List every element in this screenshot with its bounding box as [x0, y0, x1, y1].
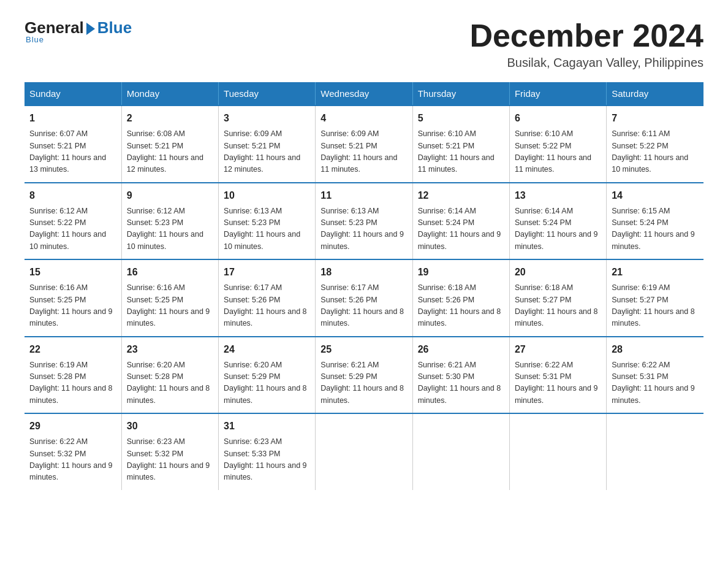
day-info: Sunrise: 6:22 AMSunset: 5:32 PMDaylight:…: [29, 436, 116, 484]
page-title: December 2024: [469, 18, 703, 53]
day-number: 27: [515, 342, 601, 357]
day-info: Sunrise: 6:21 AMSunset: 5:29 PMDaylight:…: [320, 359, 407, 407]
day-info: Sunrise: 6:11 AMSunset: 5:22 PMDaylight:…: [612, 128, 699, 176]
logo-blue-text: Blue: [97, 18, 132, 37]
logo-subtitle: Blue: [26, 35, 44, 44]
day-number: 29: [29, 419, 116, 434]
calendar-week-row: 22Sunrise: 6:19 AMSunset: 5:28 PMDayligh…: [25, 337, 703, 414]
day-info: Sunrise: 6:14 AMSunset: 5:24 PMDaylight:…: [418, 205, 504, 253]
day-number: 10: [224, 188, 310, 203]
calendar-cell: [316, 413, 412, 490]
calendar-week-row: 15Sunrise: 6:16 AMSunset: 5:25 PMDayligh…: [25, 259, 703, 337]
day-info: Sunrise: 6:17 AMSunset: 5:26 PMDaylight:…: [320, 282, 407, 330]
calendar-cell: 12Sunrise: 6:14 AMSunset: 5:24 PMDayligh…: [412, 183, 509, 260]
calendar-cell: [509, 413, 606, 490]
calendar-week-row: 8Sunrise: 6:12 AMSunset: 5:22 PMDaylight…: [25, 183, 703, 260]
day-number: 19: [418, 265, 504, 280]
calendar-cell: 16Sunrise: 6:16 AMSunset: 5:25 PMDayligh…: [121, 259, 218, 337]
day-info: Sunrise: 6:16 AMSunset: 5:25 PMDaylight:…: [29, 282, 116, 330]
day-info: Sunrise: 6:18 AMSunset: 5:27 PMDaylight:…: [515, 282, 601, 330]
calendar-cell: 22Sunrise: 6:19 AMSunset: 5:28 PMDayligh…: [25, 337, 121, 414]
day-number: 31: [224, 419, 310, 434]
calendar-header-wednesday: Wednesday: [316, 82, 412, 105]
day-info: Sunrise: 6:15 AMSunset: 5:24 PMDaylight:…: [612, 205, 699, 253]
calendar-cell: 2Sunrise: 6:08 AMSunset: 5:21 PMDaylight…: [121, 105, 218, 183]
day-number: 14: [612, 188, 699, 203]
day-info: Sunrise: 6:19 AMSunset: 5:27 PMDaylight:…: [612, 282, 699, 330]
day-number: 20: [515, 265, 601, 280]
day-info: Sunrise: 6:09 AMSunset: 5:21 PMDaylight:…: [320, 128, 407, 176]
day-info: Sunrise: 6:18 AMSunset: 5:26 PMDaylight:…: [418, 282, 504, 330]
calendar-cell: 6Sunrise: 6:10 AMSunset: 5:22 PMDaylight…: [509, 105, 606, 183]
calendar-header-sunday: Sunday: [25, 82, 121, 105]
day-number: 25: [320, 342, 407, 357]
calendar-cell: 27Sunrise: 6:22 AMSunset: 5:31 PMDayligh…: [509, 337, 606, 414]
calendar-header-saturday: Saturday: [607, 82, 703, 105]
calendar-cell: 4Sunrise: 6:09 AMSunset: 5:21 PMDaylight…: [316, 105, 412, 183]
calendar-cell: [607, 413, 703, 490]
day-info: Sunrise: 6:19 AMSunset: 5:28 PMDaylight:…: [29, 359, 116, 407]
day-number: 24: [224, 342, 310, 357]
calendar-cell: 19Sunrise: 6:18 AMSunset: 5:26 PMDayligh…: [412, 259, 509, 337]
day-info: Sunrise: 6:12 AMSunset: 5:22 PMDaylight:…: [29, 205, 116, 253]
day-number: 1: [29, 111, 116, 126]
day-number: 12: [418, 188, 504, 203]
calendar-cell: 11Sunrise: 6:13 AMSunset: 5:23 PMDayligh…: [316, 183, 412, 260]
calendar-cell: 30Sunrise: 6:23 AMSunset: 5:32 PMDayligh…: [121, 413, 218, 490]
calendar-header-friday: Friday: [509, 82, 606, 105]
day-info: Sunrise: 6:14 AMSunset: 5:24 PMDaylight:…: [515, 205, 601, 253]
day-info: Sunrise: 6:20 AMSunset: 5:29 PMDaylight:…: [224, 359, 310, 407]
day-number: 15: [29, 265, 116, 280]
calendar-cell: 14Sunrise: 6:15 AMSunset: 5:24 PMDayligh…: [607, 183, 703, 260]
day-number: 16: [127, 265, 213, 280]
calendar-cell: 10Sunrise: 6:13 AMSunset: 5:23 PMDayligh…: [219, 183, 316, 260]
day-info: Sunrise: 6:22 AMSunset: 5:31 PMDaylight:…: [515, 359, 601, 407]
day-info: Sunrise: 6:17 AMSunset: 5:26 PMDaylight:…: [224, 282, 310, 330]
day-info: Sunrise: 6:07 AMSunset: 5:21 PMDaylight:…: [29, 128, 116, 176]
day-info: Sunrise: 6:10 AMSunset: 5:22 PMDaylight:…: [515, 128, 601, 176]
day-number: 4: [320, 111, 407, 126]
day-number: 6: [515, 111, 601, 126]
day-number: 8: [29, 188, 116, 203]
calendar-week-row: 29Sunrise: 6:22 AMSunset: 5:32 PMDayligh…: [25, 413, 703, 490]
calendar-cell: 24Sunrise: 6:20 AMSunset: 5:29 PMDayligh…: [219, 337, 316, 414]
calendar-cell: 31Sunrise: 6:23 AMSunset: 5:33 PMDayligh…: [219, 413, 316, 490]
day-number: 18: [320, 265, 407, 280]
day-info: Sunrise: 6:12 AMSunset: 5:23 PMDaylight:…: [127, 205, 213, 253]
day-info: Sunrise: 6:09 AMSunset: 5:21 PMDaylight:…: [224, 128, 310, 176]
page-header: General Blue Blue December 2024 Busilak,…: [25, 18, 703, 70]
calendar-cell: [412, 413, 509, 490]
calendar-week-row: 1Sunrise: 6:07 AMSunset: 5:21 PMDaylight…: [25, 105, 703, 183]
page-subtitle: Busilak, Cagayan Valley, Philippines: [469, 56, 703, 70]
day-number: 3: [224, 111, 310, 126]
calendar-header-tuesday: Tuesday: [219, 82, 316, 105]
calendar-header-monday: Monday: [121, 82, 218, 105]
day-info: Sunrise: 6:23 AMSunset: 5:32 PMDaylight:…: [127, 436, 213, 484]
logo-arrow-icon: [86, 23, 95, 35]
calendar-cell: 3Sunrise: 6:09 AMSunset: 5:21 PMDaylight…: [219, 105, 316, 183]
title-block: December 2024 Busilak, Cagayan Valley, P…: [469, 18, 703, 70]
day-info: Sunrise: 6:08 AMSunset: 5:21 PMDaylight:…: [127, 128, 213, 176]
day-number: 22: [29, 342, 116, 357]
day-number: 23: [127, 342, 213, 357]
day-info: Sunrise: 6:16 AMSunset: 5:25 PMDaylight:…: [127, 282, 213, 330]
calendar-header-thursday: Thursday: [412, 82, 509, 105]
day-info: Sunrise: 6:20 AMSunset: 5:28 PMDaylight:…: [127, 359, 213, 407]
calendar-cell: 21Sunrise: 6:19 AMSunset: 5:27 PMDayligh…: [607, 259, 703, 337]
day-info: Sunrise: 6:23 AMSunset: 5:33 PMDaylight:…: [224, 436, 310, 484]
calendar-cell: 23Sunrise: 6:20 AMSunset: 5:28 PMDayligh…: [121, 337, 218, 414]
calendar-cell: 26Sunrise: 6:21 AMSunset: 5:30 PMDayligh…: [412, 337, 509, 414]
day-number: 2: [127, 111, 213, 126]
calendar-cell: 28Sunrise: 6:22 AMSunset: 5:31 PMDayligh…: [607, 337, 703, 414]
calendar-table: SundayMondayTuesdayWednesdayThursdayFrid…: [25, 82, 703, 490]
calendar-cell: 9Sunrise: 6:12 AMSunset: 5:23 PMDaylight…: [121, 183, 218, 260]
day-number: 21: [612, 265, 699, 280]
day-info: Sunrise: 6:22 AMSunset: 5:31 PMDaylight:…: [612, 359, 699, 407]
calendar-cell: 15Sunrise: 6:16 AMSunset: 5:25 PMDayligh…: [25, 259, 121, 337]
calendar-cell: 18Sunrise: 6:17 AMSunset: 5:26 PMDayligh…: [316, 259, 412, 337]
calendar-header-row: SundayMondayTuesdayWednesdayThursdayFrid…: [25, 82, 703, 105]
day-number: 9: [127, 188, 213, 203]
calendar-cell: 7Sunrise: 6:11 AMSunset: 5:22 PMDaylight…: [607, 105, 703, 183]
day-number: 28: [612, 342, 699, 357]
day-number: 17: [224, 265, 310, 280]
